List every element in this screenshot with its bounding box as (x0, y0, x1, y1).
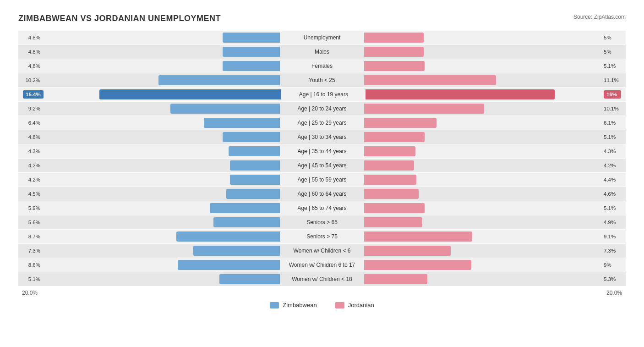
value-left: 4.8% (23, 35, 40, 40)
value-right: 5.1% (604, 134, 621, 140)
legend-label-zimbabwean: Zimbabwean (283, 302, 317, 308)
chart-container: ZIMBABWEAN VS JORDANIAN UNEMPLOYMENT Sou… (9, 9, 635, 318)
table-row: 10.2%Youth < 2511.1% (18, 73, 626, 87)
value-right: 9% (604, 262, 621, 268)
row-center-label: Women w/ Children < 6 (281, 248, 363, 254)
row-center-label: Females (281, 63, 363, 69)
row-center-label: Age | 45 to 54 years (281, 162, 363, 169)
bar-jordanian (366, 89, 555, 99)
bar-jordanian (364, 146, 415, 156)
value-left: 4.8% (23, 63, 40, 69)
value-left: 5.1% (23, 276, 40, 282)
row-center-label: Age | 25 to 29 years (281, 120, 363, 126)
bar-jordanian (364, 203, 425, 213)
value-left: 4.2% (23, 177, 40, 182)
bar-jordanian (364, 33, 424, 43)
table-row: 5.6%Seniors > 654.9% (18, 215, 626, 229)
bar-zimbabwean (223, 47, 280, 57)
table-row: 4.2%Age | 55 to 59 years4.4% (18, 173, 626, 187)
legend-item-zimbabwean: Zimbabwean (270, 302, 317, 308)
table-row: 5.9%Age | 65 to 74 years5.1% (18, 201, 626, 215)
value-left: 6.4% (23, 120, 40, 126)
bar-jordanian (364, 118, 437, 128)
row-center-label: Women w/ Children < 18 (281, 276, 363, 282)
bar-zimbabwean (230, 175, 280, 185)
table-row: 4.8%Age | 30 to 34 years5.1% (18, 130, 626, 144)
value-left: 4.5% (23, 191, 40, 197)
value-right: 11.1% (604, 77, 621, 83)
value-right: 5.1% (604, 63, 621, 69)
value-right: 9.1% (604, 234, 621, 239)
value-left: 9.2% (23, 106, 40, 111)
value-left: 5.6% (23, 220, 40, 225)
bar-jordanian (364, 104, 484, 114)
row-center-label: Seniors > 65 (281, 219, 363, 226)
legend-color-zimbabwean (270, 302, 279, 308)
bar-jordanian (364, 175, 416, 185)
chart-body: 4.8%Unemployment5%4.8%Males5%4.8%Females… (18, 31, 626, 286)
bar-zimbabwean (178, 260, 280, 270)
bar-zimbabwean (193, 246, 280, 256)
row-center-label: Age | 55 to 59 years (281, 176, 363, 183)
axis-right-label: 20.0% (606, 290, 622, 296)
chart-header: ZIMBABWEAN VS JORDANIAN UNEMPLOYMENT Sou… (18, 14, 626, 23)
value-left: 8.7% (23, 234, 40, 239)
row-center-label: Age | 35 to 44 years (281, 148, 363, 154)
bar-jordanian (364, 132, 425, 142)
bar-jordanian (364, 217, 422, 227)
row-center-label: Age | 20 to 24 years (281, 105, 363, 112)
bar-zimbabwean (223, 61, 280, 71)
value-right: 4.3% (604, 149, 621, 154)
legend-label-jordanian: Jordanian (348, 302, 374, 308)
table-row: 8.7%Seniors > 759.1% (18, 230, 626, 243)
bar-jordanian (364, 231, 472, 242)
table-row: 4.3%Age | 35 to 44 years4.3% (18, 144, 626, 158)
bar-jordanian (364, 260, 471, 270)
legend-item-jordanian: Jordanian (335, 302, 374, 308)
value-left: 4.8% (23, 134, 40, 140)
table-row: 4.8%Males5% (18, 45, 626, 59)
value-right: 10.1% (604, 106, 621, 111)
bar-jordanian (364, 274, 427, 284)
table-row: 15.4%Age | 16 to 19 years16% (18, 88, 626, 101)
bar-zimbabwean (219, 274, 280, 284)
value-right: 4.2% (604, 163, 621, 168)
row-center-label: Women w/ Children 6 to 17 (281, 262, 363, 268)
value-right: 6.1% (604, 120, 621, 126)
table-row: 4.5%Age | 60 to 64 years4.6% (18, 187, 626, 201)
row-center-label: Age | 60 to 64 years (281, 191, 363, 197)
table-row: 4.8%Unemployment5% (18, 31, 626, 44)
value-left: 8.6% (23, 262, 40, 268)
bar-zimbabwean (223, 33, 280, 43)
bar-jordanian (364, 189, 419, 199)
value-left: 4.8% (23, 49, 40, 55)
row-center-label: Age | 16 to 19 years (282, 91, 365, 98)
value-left: 4.2% (23, 163, 40, 168)
table-row: 4.2%Age | 45 to 54 years4.2% (18, 159, 626, 172)
value-left: 10.2% (23, 77, 40, 83)
bar-zimbabwean (223, 132, 280, 142)
bar-zimbabwean (226, 189, 280, 199)
value-right: 5.3% (604, 276, 621, 282)
value-left: 4.3% (23, 149, 40, 154)
legend-color-jordanian (335, 302, 344, 308)
bar-zimbabwean (229, 146, 280, 156)
bar-zimbabwean (99, 89, 281, 99)
bar-jordanian (364, 75, 496, 85)
bar-jordanian (364, 160, 414, 171)
value-left: 7.3% (23, 248, 40, 253)
bar-zimbabwean (213, 217, 280, 227)
row-center-label: Youth < 25 (281, 77, 363, 83)
value-right: 4.4% (604, 177, 621, 182)
row-center-label: Age | 30 to 34 years (281, 134, 363, 140)
value-left: 5.9% (23, 205, 40, 211)
table-row: 4.8%Females5.1% (18, 59, 626, 73)
chart-source: Source: ZipAtlas.com (573, 14, 626, 20)
value-left: 15.4% (23, 90, 44, 99)
value-right: 7.3% (604, 248, 621, 253)
value-right: 5% (604, 49, 621, 55)
bar-zimbabwean (176, 231, 280, 242)
value-right: 4.6% (604, 191, 621, 197)
table-row: 5.1%Women w/ Children < 185.3% (18, 272, 626, 286)
bar-zimbabwean (170, 104, 280, 114)
